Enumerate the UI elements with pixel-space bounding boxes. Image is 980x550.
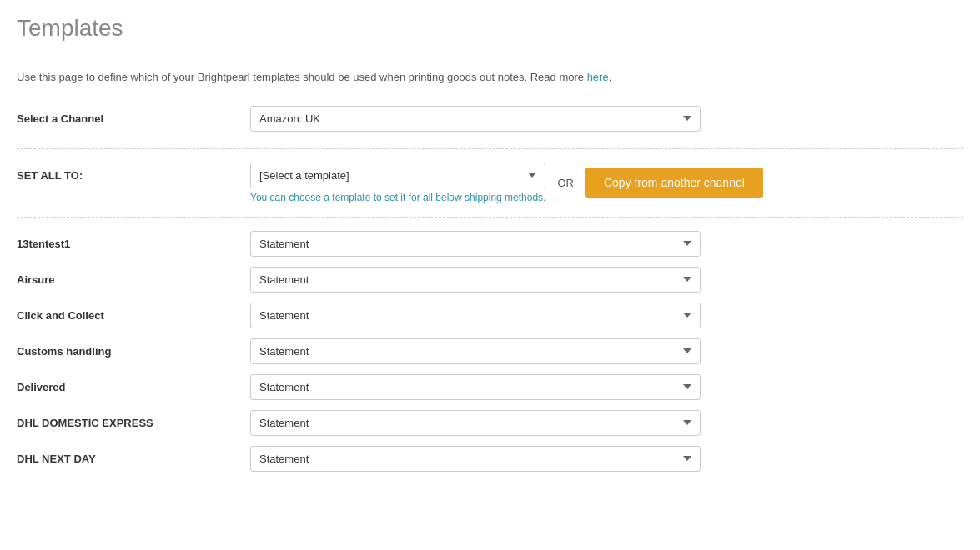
- set-all-select-wrap: [Select a template]: [250, 162, 545, 188]
- shipping-method-label: Customs handling: [17, 345, 250, 358]
- shipping-select-wrap: StatementInvoiceReceiptPacking SlipCusto…: [250, 374, 701, 400]
- set-all-select[interactable]: [Select a template]: [250, 162, 545, 188]
- info-link[interactable]: here: [587, 71, 609, 83]
- shipping-template-select[interactable]: StatementInvoiceReceiptPacking SlipCusto…: [250, 410, 701, 436]
- shipping-select-wrap: StatementInvoiceReceiptPacking SlipCusto…: [250, 302, 701, 328]
- shipping-template-select[interactable]: StatementInvoiceReceiptPacking SlipCusto…: [250, 338, 701, 364]
- page-header: Templates: [0, 0, 980, 52]
- shipping-method-label: 13tentest1: [17, 238, 250, 250]
- shipping-template-select[interactable]: StatementInvoiceReceiptPacking SlipCusto…: [250, 231, 701, 257]
- or-text: OR: [557, 177, 574, 189]
- shipping-row: DHL DOMESTIC EXPRESSStatementInvoiceRece…: [17, 410, 963, 436]
- shipping-row: AirsureStatementInvoiceReceiptPacking Sl…: [17, 267, 963, 292]
- set-all-label: SET ALL TO:: [17, 162, 250, 182]
- shipping-method-label: DHL NEXT DAY: [17, 452, 250, 465]
- copy-from-channel-button[interactable]: Copy from another channel: [585, 168, 763, 198]
- shipping-template-select[interactable]: StatementInvoiceReceiptPacking SlipCusto…: [250, 302, 701, 328]
- page-content: Use this page to define which of your Br…: [0, 52, 980, 498]
- shipping-section: 13tentest1StatementInvoiceReceiptPacking…: [17, 231, 963, 472]
- shipping-select-wrap: StatementInvoiceReceiptPacking SlipCusto…: [250, 267, 701, 292]
- divider-2: [17, 217, 963, 218]
- shipping-row: 13tentest1StatementInvoiceReceiptPacking…: [17, 231, 963, 257]
- shipping-select-wrap: StatementInvoiceReceiptPacking SlipCusto…: [250, 231, 701, 257]
- set-all-row: SET ALL TO: [Select a template] You can …: [17, 162, 963, 203]
- shipping-select-wrap: StatementInvoiceReceiptPacking SlipCusto…: [250, 410, 701, 436]
- shipping-row: Customs handlingStatementInvoiceReceiptP…: [17, 338, 963, 364]
- channel-select[interactable]: Amazon: UK: [250, 106, 701, 132]
- set-all-select-outer: [Select a template] You can choose a tem…: [250, 162, 545, 203]
- page-title: Templates: [17, 15, 963, 42]
- shipping-template-select[interactable]: StatementInvoiceReceiptPacking SlipCusto…: [250, 374, 701, 400]
- shipping-row: Click and CollectStatementInvoiceReceipt…: [17, 302, 963, 328]
- shipping-select-wrap: StatementInvoiceReceiptPacking SlipCusto…: [250, 446, 701, 472]
- shipping-method-label: DHL DOMESTIC EXPRESS: [17, 417, 250, 429]
- shipping-select-wrap: StatementInvoiceReceiptPacking SlipCusto…: [250, 338, 701, 364]
- shipping-method-label: Delivered: [17, 381, 250, 393]
- shipping-method-label: Click and Collect: [17, 309, 250, 322]
- shipping-method-label: Airsure: [17, 273, 250, 286]
- shipping-row: DeliveredStatementInvoiceReceiptPacking …: [17, 374, 963, 400]
- set-all-controls: [Select a template] You can choose a tem…: [250, 162, 963, 203]
- channel-selector-label: Select a Channel: [17, 112, 250, 125]
- divider-1: [17, 148, 963, 149]
- shipping-template-select[interactable]: StatementInvoiceReceiptPacking SlipCusto…: [250, 446, 701, 472]
- info-text: Use this page to define which of your Br…: [17, 69, 963, 86]
- shipping-row: DHL NEXT DAYStatementInvoiceReceiptPacki…: [17, 446, 963, 472]
- channel-selector-row: Select a Channel Amazon: UK: [17, 106, 963, 132]
- channel-selector-wrap: Amazon: UK: [250, 106, 701, 132]
- set-all-hint: You can choose a template to set it for …: [250, 192, 545, 203]
- shipping-template-select[interactable]: StatementInvoiceReceiptPacking SlipCusto…: [250, 267, 701, 292]
